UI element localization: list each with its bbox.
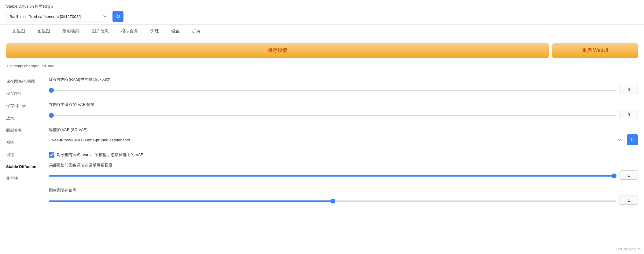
vae-count-title: 在内存中缓存的 VAE 数量 — [49, 102, 638, 107]
save-settings-button[interactable]: 保存设置 — [6, 43, 549, 58]
vae-count-slider[interactable] — [49, 115, 616, 116]
vae-count-control: 0 — [49, 109, 638, 121]
vae-count-slider-container — [49, 112, 616, 117]
img2img-strength-title: 局部重绘时图像调节的蒙版屏蔽强度 — [49, 162, 638, 168]
vae-model-title: 模型的 VAE (SD VAE) — [49, 127, 638, 133]
img2img-strength-control: 1 — [49, 169, 638, 182]
refresh-model-button[interactable]: ↻ — [112, 11, 123, 22]
sidebar-item-system[interactable]: 系统 — [6, 136, 46, 148]
tabs-row: 文生图 图生图 附加功能 图片信息 模型合并 训练 设置 扩展 — [0, 25, 644, 38]
vae-model-select[interactable]: vae-ft-mse-840000-ema-pruned.safetensors — [49, 135, 624, 145]
content-area: 保存设置 重启 WebUI 1 settings changed: sd_vae… — [0, 38, 644, 216]
img2img-strength-value: 1 — [620, 170, 638, 180]
tab-txt2img[interactable]: 文生图 — [6, 25, 31, 38]
model-select-row: Basil_mix_fixed.safetensors [0ff127093f]… — [6, 11, 638, 22]
ram-ckpt-row: 缓存在内存(RAM)中的模型(ckpt)数 0 — [49, 75, 638, 100]
tab-png-info[interactable]: 图片信息 — [86, 25, 115, 38]
ignore-vae-row: 对于拥有同名 .vae.pt 的模型，忽略掉选中的 VAE — [49, 149, 638, 161]
sidebar-item-save-grid[interactable]: 保存图像/宫格图 — [6, 75, 46, 87]
vae-count-value: 0 — [620, 110, 638, 119]
ignore-vae-checkbox[interactable] — [49, 152, 54, 158]
tab-merge[interactable]: 模型合并 — [115, 25, 144, 38]
sidebar: 保存图像/宫格图 保存路径 保存到目录 放大 面部修复 系统 训练 Stable… — [6, 75, 49, 211]
ram-ckpt-slider-container — [49, 87, 616, 92]
model-select[interactable]: Basil_mix_fixed.safetensors [0ff127093f] — [6, 12, 110, 21]
sidebar-item-face-restore[interactable]: 面部修复 — [6, 124, 46, 136]
tab-train[interactable]: 训练 — [144, 25, 165, 38]
img2img-noise-row: 图生图噪声倍率 1 — [49, 186, 638, 211]
sidebar-item-train[interactable]: 训练 — [6, 148, 46, 161]
sidebar-item-save-path[interactable]: 保存路径 — [6, 87, 46, 99]
status-text: 1 settings changed: sd_vae. — [6, 62, 638, 69]
top-bar: Stable Diffusion 模型(ckpt) Basil_mix_fixe… — [0, 0, 644, 25]
img2img-noise-slider-container — [49, 198, 616, 203]
ram-ckpt-control: 0 — [49, 84, 638, 96]
img2img-strength-slider[interactable] — [49, 175, 616, 177]
img2img-noise-value: 1 — [620, 196, 638, 205]
settings-panel: 缓存在内存(RAM)中的模型(ckpt)数 0 在内存中缓存的 VAE 数量 0 — [49, 75, 638, 211]
ram-ckpt-title: 缓存在内存(RAM)中的模型(ckpt)数 — [49, 77, 638, 82]
refresh-vae-icon: ↻ — [630, 136, 635, 143]
img2img-strength-slider-container — [49, 173, 616, 177]
tab-settings[interactable]: 设置 — [165, 25, 186, 38]
refresh-icon: ↻ — [116, 13, 120, 20]
vae-count-row: 在内存中缓存的 VAE 数量 0 — [49, 100, 638, 125]
main-layout: 保存图像/宫格图 保存路径 保存到目录 放大 面部修复 系统 训练 Stable… — [6, 75, 638, 211]
restart-webui-button[interactable]: 重启 WebUI — [552, 43, 638, 58]
ram-ckpt-value: 0 — [620, 85, 638, 94]
sidebar-item-save-dir[interactable]: 保存到目录 — [6, 99, 46, 112]
sidebar-item-compatibility[interactable]: 兼容性 — [6, 172, 46, 184]
tab-extras[interactable]: 附加功能 — [56, 25, 86, 38]
refresh-vae-button[interactable]: ↻ — [627, 134, 638, 145]
sidebar-item-upscale[interactable]: 放大 — [6, 112, 46, 124]
vae-model-row: 模型的 VAE (SD VAE) vae-ft-mse-840000-ema-p… — [49, 125, 638, 149]
model-label: Stable Diffusion 模型(ckpt) — [6, 4, 638, 9]
vae-model-control: vae-ft-mse-840000-ema-pruned.safetensors… — [49, 134, 638, 145]
img2img-strength-row: 局部重绘时图像调节的蒙版屏蔽强度 1 — [49, 161, 638, 186]
tab-extensions[interactable]: 扩展 — [186, 25, 207, 38]
tab-img2img[interactable]: 图生图 — [31, 25, 56, 38]
img2img-noise-title: 图生图噪声倍率 — [49, 188, 638, 193]
ram-ckpt-slider[interactable] — [49, 90, 616, 91]
img2img-noise-control: 1 — [49, 194, 638, 207]
ignore-vae-label: 对于拥有同名 .vae.pt 的模型，忽略掉选中的 VAE — [57, 152, 143, 158]
sidebar-item-stable-diffusion[interactable]: Stable Diffusion — [6, 161, 46, 172]
img2img-noise-slider[interactable] — [49, 200, 616, 202]
action-buttons: 保存设置 重启 WebUI — [6, 43, 638, 58]
